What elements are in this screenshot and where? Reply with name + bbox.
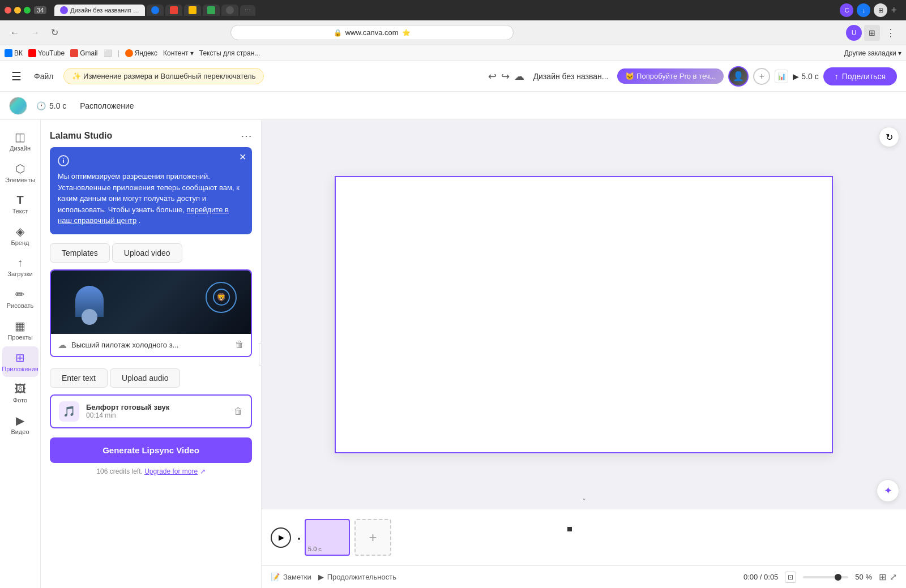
timeline-area: ▶ 5.0 с + <box>262 509 906 565</box>
text-icon: T <box>16 194 23 207</box>
redo-button[interactable]: ↪ <box>501 70 510 83</box>
bookmark-texts[interactable]: Тексты для стран... <box>199 49 260 57</box>
zoom-thumb[interactable] <box>835 574 841 581</box>
share-icon: ↑ <box>835 72 839 81</box>
back-button[interactable]: ← <box>7 27 23 39</box>
ext-icon-download[interactable]: ↓ <box>857 3 870 17</box>
enter-text-tab[interactable]: Enter text <box>50 368 108 388</box>
sidebar-item-brand[interactable]: ◈ Бренд <box>2 220 39 251</box>
analytics-button[interactable]: 📊 <box>775 70 788 83</box>
browser-tab-4[interactable] <box>184 5 201 16</box>
new-tab-button[interactable]: + <box>891 5 897 16</box>
templates-tab[interactable]: Templates <box>50 243 110 263</box>
file-menu[interactable]: Файл <box>29 70 58 83</box>
uploads-icon: ↑ <box>18 256 23 269</box>
sidebar-item-draw[interactable]: ✏ Рисовать <box>2 283 39 314</box>
timeline-marker <box>567 527 572 531</box>
fullscreen-button[interactable]: ⊡ <box>785 572 796 583</box>
sidebar-item-text[interactable]: T Текст <box>2 189 39 219</box>
video-label-text: Высший пилотаж холодного з... <box>71 341 178 349</box>
save-cloud-button[interactable]: ☁ <box>514 70 524 83</box>
generate-button[interactable]: Generate Lipsync Video <box>50 437 252 463</box>
upload-audio-tab[interactable]: Upload audio <box>110 368 181 388</box>
sidebar-item-uploads[interactable]: ↑ Загрузки <box>2 252 39 282</box>
sidebar-item-design[interactable]: ◫ Дизайн <box>2 126 39 156</box>
duration-display[interactable]: 🕐 5.0 с <box>36 101 66 110</box>
info-icon: i <box>58 155 69 166</box>
upload-video-tab[interactable]: Upload video <box>112 243 182 263</box>
design-name-field[interactable]: Дизайн без назван... <box>529 70 613 83</box>
play-duration-text: 5.0 с <box>801 72 818 81</box>
layout-button[interactable]: Расположение <box>75 99 138 113</box>
browser-tab-6[interactable] <box>221 5 238 16</box>
add-page-button[interactable]: + <box>753 68 770 85</box>
ext-icon-canva[interactable]: C <box>840 3 853 17</box>
zoom-value: 50 % <box>855 573 872 581</box>
pro-trial-badge[interactable]: 🐱 Попробуйте Pro в теч... <box>617 68 724 84</box>
browser-tab-5[interactable] <box>203 5 220 16</box>
video-card[interactable]: 🦁 ☁ Высший пилотаж холодного з... 🗑 <box>50 269 252 357</box>
reload-button[interactable]: ↻ <box>48 26 62 39</box>
sidebar-label-elements: Элементы <box>5 177 35 183</box>
magic-badge-text: ✨ Изменение размера и Волшебный переключ… <box>72 72 255 80</box>
bookmark-vk[interactable]: ВК <box>5 49 23 57</box>
bookmark-content[interactable]: Контент ▾ <box>163 49 194 57</box>
sidebar-item-photos[interactable]: 🖼 Фото <box>2 378 39 408</box>
browser-tab-3[interactable] <box>165 5 182 16</box>
canvas-frame[interactable] <box>335 176 833 453</box>
video-delete-button[interactable]: 🗑 <box>235 340 244 350</box>
info-banner-close[interactable]: ✕ <box>239 152 246 162</box>
traffic-light-green[interactable] <box>24 7 31 14</box>
extensions-icon[interactable]: ⊞ <box>864 25 880 41</box>
ext-icon-extra[interactable]: ⊞ <box>874 3 887 17</box>
share-button[interactable]: ↑ Поделиться <box>823 67 897 85</box>
audio-duration: 00:14 min <box>86 411 227 419</box>
hamburger-menu[interactable]: ☰ <box>9 67 24 85</box>
expand-view-icon[interactable]: ⤢ <box>890 572 897 582</box>
notes-button[interactable]: 📝 Заметки <box>271 573 311 581</box>
bookmark-more[interactable]: Другие закладки ▾ <box>844 49 901 57</box>
traffic-light-red[interactable] <box>5 7 11 14</box>
track-marker <box>298 538 300 540</box>
bookmark-gmail[interactable]: Gmail <box>70 49 97 57</box>
add-clip-button[interactable]: + <box>354 519 391 556</box>
sidebar-item-video[interactable]: ▶ Видео <box>2 409 39 440</box>
sidebar-label-projects: Проекты <box>7 334 32 341</box>
upgrade-link[interactable]: Upgrade for more <box>144 467 198 475</box>
sidebar-item-elements[interactable]: ⬡ Элементы <box>2 157 39 188</box>
undo-button[interactable]: ↩ <box>488 70 497 83</box>
bookmark-youtube[interactable]: YouTube <box>28 49 65 57</box>
grid-view-icon[interactable]: ⊞ <box>879 572 886 582</box>
info-banner-text: Мы оптимизируем разрешения приложений. У… <box>58 171 244 226</box>
bookmark-other[interactable]: ⬜ <box>104 49 112 57</box>
browser-tab-2[interactable] <box>147 5 164 16</box>
duration-status-button[interactable]: ▶ Продолжительность <box>318 573 396 581</box>
sidebar-item-projects[interactable]: ▦ Проекты <box>2 315 39 345</box>
address-bar[interactable]: 🔒 www.canva.com ⭐ <box>230 25 514 40</box>
credits-row: 106 credits left. Upgrade for more ↗ <box>41 467 261 484</box>
view-toggle: ⊞ ⤢ <box>879 572 897 582</box>
traffic-light-yellow[interactable] <box>14 7 21 14</box>
brand-icon: ◈ <box>16 225 24 238</box>
color-palette-button[interactable] <box>9 97 27 115</box>
canvas-refresh-button[interactable]: ↻ <box>879 127 899 147</box>
more-options-icon[interactable]: ⋮ <box>882 25 899 40</box>
active-browser-tab[interactable]: Дизайн без названия — Видео <box>54 5 145 16</box>
play-duration-button[interactable]: ▶ 5.0 с <box>793 72 818 81</box>
timeline-play-button[interactable]: ▶ <box>271 527 291 548</box>
zoom-slider[interactable] <box>803 576 848 578</box>
sidebar-item-apps[interactable]: ⊞ Приложения <box>2 346 39 377</box>
browser-tab-7[interactable]: ⋯ <box>240 5 255 16</box>
timeline-clip[interactable]: 5.0 с <box>305 519 350 556</box>
canvas-scroll-down[interactable]: ˅ <box>582 497 586 507</box>
canvas-magic-button[interactable]: ✦ <box>877 479 899 502</box>
magic-resize-badge[interactable]: ✨ Изменение размера и Волшебный переключ… <box>63 68 264 84</box>
user-profile-icon[interactable]: U <box>846 25 862 41</box>
bookmark-yandex[interactable]: Яндекс <box>125 49 157 57</box>
time-display: 0:00 / 0:05 <box>743 573 778 581</box>
audio-delete-button[interactable]: 🗑 <box>234 406 243 417</box>
photos-icon: 🖼 <box>15 383 26 396</box>
user-avatar[interactable]: 👤 <box>728 66 749 87</box>
forward-button[interactable]: → <box>27 27 43 39</box>
panel-more-button[interactable]: ⋯ <box>241 129 252 143</box>
